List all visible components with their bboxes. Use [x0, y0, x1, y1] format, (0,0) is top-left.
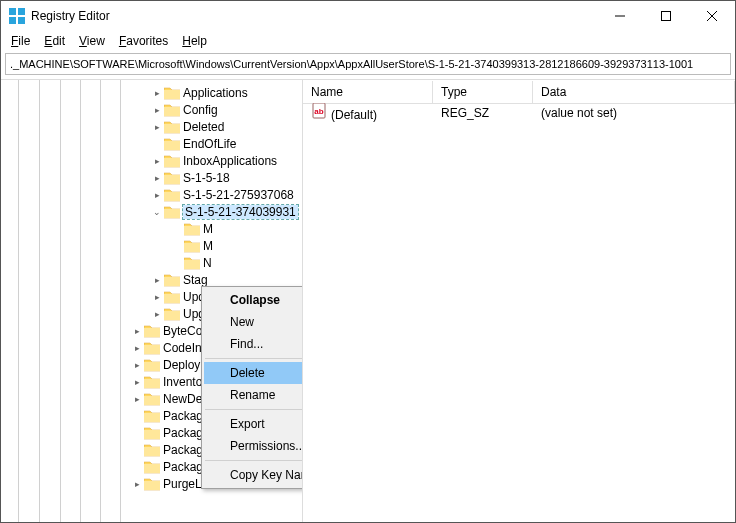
menu-item-find[interactable]: Find...: [204, 333, 303, 355]
minimize-button[interactable]: [597, 1, 643, 31]
tree-key[interactable]: ▸S-1-5-18: [1, 169, 302, 186]
tree-key-label: CodeInt: [163, 341, 205, 355]
tree-key-label: Invento: [163, 375, 202, 389]
list-header[interactable]: Name Type Data: [303, 80, 735, 104]
chevron-down-icon[interactable]: ⌄: [151, 207, 163, 217]
folder-icon: [164, 120, 180, 134]
tree-key-label: EndOfLife: [183, 137, 236, 151]
chevron-right-icon[interactable]: ▸: [151, 88, 163, 98]
tree-key[interactable]: N: [1, 254, 302, 271]
folder-icon: [164, 86, 180, 100]
chevron-right-icon[interactable]: ▸: [131, 377, 143, 387]
menu-separator: [205, 358, 303, 359]
menu-favorites[interactable]: Favorites: [113, 32, 174, 50]
tree-key[interactable]: M: [1, 220, 302, 237]
folder-icon: [144, 443, 160, 457]
folder-icon: [164, 307, 180, 321]
titlebar[interactable]: Registry Editor: [1, 1, 735, 31]
folder-icon: [164, 188, 180, 202]
address-text: ._MACHINE\SOFTWARE\Microsoft\Windows\Cur…: [10, 58, 693, 70]
context-menu: CollapseNew▶Find...DeleteRenameExportPer…: [201, 286, 303, 489]
tree-key[interactable]: M: [1, 237, 302, 254]
menubar: FileEditViewFavoritesHelp: [1, 31, 735, 51]
folder-icon: [144, 409, 160, 423]
tree-key[interactable]: ▸InboxApplications: [1, 152, 302, 169]
menu-separator: [205, 460, 303, 461]
tree-key[interactable]: ▸Config: [1, 101, 302, 118]
folder-icon: [184, 222, 200, 236]
tree-key-label: M: [203, 239, 213, 253]
tree-key-label: Applications: [183, 86, 248, 100]
folder-icon: [144, 392, 160, 406]
tree-key[interactable]: EndOfLife: [1, 135, 302, 152]
tree-key-label: M: [203, 222, 213, 236]
menu-edit[interactable]: Edit: [38, 32, 71, 50]
col-header-type[interactable]: Type: [433, 81, 533, 103]
folder-icon: [164, 273, 180, 287]
value-row[interactable]: (Default)REG_SZ(value not set): [303, 104, 735, 122]
chevron-right-icon[interactable]: ▸: [131, 326, 143, 336]
tree-key[interactable]: ▸Applications: [1, 84, 302, 101]
tree-key-label: S-1-5-21-374039931: [183, 205, 298, 219]
tree-key-label: InboxApplications: [183, 154, 277, 168]
close-button[interactable]: [689, 1, 735, 31]
tree-key[interactable]: ▸S-1-5-21-275937068: [1, 186, 302, 203]
col-header-data[interactable]: Data: [533, 81, 735, 103]
folder-icon: [144, 426, 160, 440]
chevron-right-icon[interactable]: ▸: [151, 292, 163, 302]
menu-item-new[interactable]: New▶: [204, 311, 303, 333]
tree-key-label: Config: [183, 103, 218, 117]
tree-key[interactable]: ▸Deleted: [1, 118, 302, 135]
folder-icon: [144, 375, 160, 389]
address-bar[interactable]: ._MACHINE\SOFTWARE\Microsoft\Windows\Cur…: [5, 53, 731, 75]
chevron-right-icon[interactable]: ▸: [151, 190, 163, 200]
folder-icon: [164, 205, 180, 219]
menu-view[interactable]: View: [73, 32, 111, 50]
chevron-right-icon[interactable]: ▸: [151, 156, 163, 166]
menu-item-copy-key-name[interactable]: Copy Key Name: [204, 464, 303, 486]
chevron-right-icon[interactable]: ▸: [151, 275, 163, 285]
registry-editor-window: Registry Editor FileEditViewFavoritesHel…: [0, 0, 736, 523]
folder-icon: [164, 137, 180, 151]
folder-icon: [144, 324, 160, 338]
menu-item-export[interactable]: Export: [204, 413, 303, 435]
folder-icon: [184, 256, 200, 270]
menu-item-rename[interactable]: Rename: [204, 384, 303, 406]
tree-key[interactable]: ⌄S-1-5-21-374039931: [1, 203, 302, 220]
folder-icon: [184, 239, 200, 253]
maximize-button[interactable]: [643, 1, 689, 31]
menu-help[interactable]: Help: [176, 32, 213, 50]
folder-icon: [164, 103, 180, 117]
chevron-right-icon[interactable]: ▸: [131, 343, 143, 353]
menu-item-delete[interactable]: Delete: [204, 362, 303, 384]
tree-key-label: S-1-5-21-275937068: [183, 188, 294, 202]
folder-icon: [144, 358, 160, 372]
tree-key-label: Stag: [183, 273, 208, 287]
col-header-name[interactable]: Name: [303, 81, 433, 103]
chevron-right-icon[interactable]: ▸: [151, 122, 163, 132]
folder-icon: [144, 341, 160, 355]
chevron-right-icon[interactable]: ▸: [131, 479, 143, 489]
menu-file[interactable]: File: [5, 32, 36, 50]
menu-item-permissions[interactable]: Permissions...: [204, 435, 303, 457]
folder-icon: [164, 171, 180, 185]
menu-item-collapse[interactable]: Collapse: [204, 289, 303, 311]
folder-icon: [164, 290, 180, 304]
value-name: (Default): [331, 108, 377, 122]
tree-key-label: Deleted: [183, 120, 224, 134]
chevron-right-icon[interactable]: ▸: [151, 173, 163, 183]
chevron-right-icon[interactable]: ▸: [131, 360, 143, 370]
chevron-right-icon[interactable]: ▸: [151, 105, 163, 115]
value-type: REG_SZ: [433, 106, 533, 120]
tree-key-label: N: [203, 256, 212, 270]
chevron-right-icon[interactable]: ▸: [131, 394, 143, 404]
value-data: (value not set): [533, 106, 735, 120]
values-pane[interactable]: Name Type Data (Default)REG_SZ(value not…: [303, 80, 735, 522]
window-title: Registry Editor: [31, 9, 110, 23]
app-icon: [9, 8, 25, 24]
menu-separator: [205, 409, 303, 410]
tree-pane[interactable]: ▸Applications▸Config▸DeletedEndOfLife▸In…: [1, 80, 303, 522]
folder-icon: [144, 477, 160, 491]
chevron-right-icon[interactable]: ▸: [151, 309, 163, 319]
folder-icon: [144, 460, 160, 474]
